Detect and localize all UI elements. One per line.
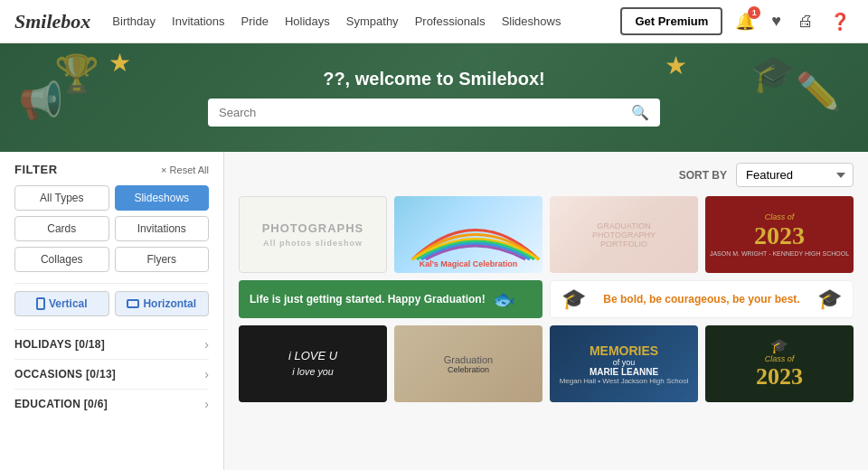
orient-horizontal-btn[interactable]: Horizontal: [115, 291, 210, 316]
main-layout: FILTER × Reset All All Types Slideshows …: [0, 152, 868, 470]
nav-professionals[interactable]: Professionals: [415, 14, 486, 28]
filter-all-types[interactable]: All Types: [14, 185, 109, 211]
category-occasions[interactable]: OCCASIONS [0/13] ›: [14, 359, 209, 389]
thumb-class23-class: Class of: [765, 354, 795, 363]
sort-by-label: SORT BY: [679, 169, 727, 182]
filter-type-grid: All Types Slideshows Cards Invitations C…: [14, 185, 209, 272]
favorites-button[interactable]: ♥: [768, 8, 785, 34]
logo[interactable]: Smilebox: [14, 10, 90, 33]
thumb-graduation[interactable]: Graduation Celebration: [394, 325, 542, 402]
sort-bar: SORT BY Featured Newest Most Popular: [239, 163, 854, 187]
fish-icon: 🐟: [493, 288, 515, 310]
star-left-icon: ★: [108, 48, 131, 78]
rainbow-svg: [403, 228, 542, 264]
search-icon: 🔍: [631, 104, 649, 121]
thumb-unicorn[interactable]: Kal's Magical Celebration: [394, 196, 542, 273]
header-actions: Get Premium 🔔 1 ♥ 🖨 ❓: [620, 7, 854, 35]
reset-filter-link[interactable]: × Reset All: [161, 164, 209, 175]
thumb-memories[interactable]: MEMORIES of you MARIE LEANNE Megan Hall …: [550, 325, 698, 402]
category-holidays-label: HOLIDAYS [0/18]: [14, 338, 105, 351]
header: Smilebox Birthday Invitations Pride Holi…: [0, 0, 868, 43]
chevron-right-icon-2: ›: [204, 367, 209, 381]
category-occasions-label: OCCASIONS [0/13]: [14, 368, 116, 381]
thumb-2023-year: 2023: [754, 221, 805, 250]
star-right-icon: ★: [665, 51, 687, 80]
nav-sympathy[interactable]: Sympathy: [346, 14, 399, 28]
notifications-button[interactable]: 🔔 1: [731, 8, 759, 35]
thumb-photographs-title: PHOTOGRAPHS: [262, 221, 364, 235]
cap-left-icon: 🎓: [561, 287, 586, 311]
filter-header: FILTER × Reset All: [14, 163, 209, 176]
category-holidays[interactable]: HOLIDAYS [0/18] ›: [14, 329, 209, 359]
nav-birthday[interactable]: Birthday: [112, 14, 156, 28]
banner-green-text: Life is just getting started. Happy Grad…: [250, 293, 486, 306]
vertical-icon: [36, 297, 45, 310]
search-bar: 🔍: [208, 99, 660, 127]
filter-invitations[interactable]: Invitations: [115, 216, 210, 241]
filter-title: FILTER: [14, 163, 58, 176]
filter-slideshows[interactable]: Slideshows: [115, 185, 210, 211]
thumb-photographs[interactable]: PHOTOGRAPHS All photos slideshow: [239, 196, 387, 273]
orient-horizontal-label: Horizontal: [143, 297, 196, 310]
nav: Birthday Invitations Pride Holidays Symp…: [112, 14, 620, 28]
orientation-grid: Vertical Horizontal: [14, 291, 209, 316]
thumb-class23-year: 2023: [756, 363, 803, 390]
category-education-label: EDUCATION [0/6]: [14, 398, 108, 410]
cap-right-icon: 🎓: [817, 287, 842, 311]
thumb-class23-cap: 🎓: [770, 337, 788, 354]
hero-title: ??, welcome to Smilebox!: [323, 69, 545, 89]
filter-cards[interactable]: Cards: [14, 216, 109, 241]
banner-bold[interactable]: 🎓 Be bold, be courageous, be your best. …: [550, 280, 854, 318]
thumb-graduation-sub: Celebration: [448, 365, 489, 374]
nav-invitations[interactable]: Invitations: [172, 14, 225, 28]
chevron-right-icon: ›: [204, 337, 209, 352]
nav-pride[interactable]: Pride: [241, 14, 269, 28]
thumbnails-row-1: PHOTOGRAPHS All photos slideshow Kal's M…: [239, 196, 854, 273]
premium-button[interactable]: Get Premium: [620, 7, 722, 35]
thumb-memories-name: MARIE LEANNE: [590, 367, 658, 377]
thumb-marble-text: GRADUATIONPHOTOGRAPHYPORTFOLIO: [592, 221, 656, 249]
notification-badge: 1: [748, 6, 760, 19]
trophy-icon: 🏆: [54, 52, 99, 95]
mortarboard-icon: 🎓: [750, 52, 796, 95]
thumb-2023-sub: JASON M. WRIGHT - KENNEDY HIGH SCHOOL: [710, 250, 849, 257]
thumb-class23[interactable]: 🎓 Class of 2023: [705, 325, 854, 402]
thumb-graduation-title: Graduation: [444, 354, 493, 365]
thumb-marble[interactable]: GRADUATIONPHOTOGRAPHYPORTFOLIO: [550, 196, 698, 273]
horizontal-icon: [127, 299, 139, 308]
thumb-2023-class: Class of: [765, 212, 795, 221]
content-area: SORT BY Featured Newest Most Popular PHO…: [224, 152, 868, 470]
thumb-memories-of: of you: [613, 358, 636, 367]
thumb-memories-date: Megan Hall • West Jackson High School: [560, 377, 689, 385]
thumb-loveu-text: i LOVE Ui love you: [288, 349, 337, 380]
banners-row: Life is just getting started. Happy Grad…: [239, 280, 854, 318]
filter-collages[interactable]: Collages: [14, 247, 109, 272]
sidebar: FILTER × Reset All All Types Slideshows …: [0, 152, 224, 470]
thumb-memories-title: MEMORIES: [590, 343, 658, 358]
orient-vertical-label: Vertical: [49, 297, 88, 310]
nav-slideshows[interactable]: Slideshows: [502, 14, 561, 28]
banner-white-text: Be bold, be courageous, be your best.: [603, 293, 799, 306]
nav-holidays[interactable]: Holidays: [285, 14, 330, 28]
thumb-unicorn-title: Kal's Magical Celebration: [420, 259, 518, 268]
thumb-loveu[interactable]: i LOVE Ui love you: [239, 325, 387, 402]
filter-flyers[interactable]: Flyers: [115, 247, 210, 272]
divider-1: [14, 283, 209, 284]
pencil-icon: ✏️: [796, 70, 841, 113]
chevron-right-icon-3: ›: [204, 397, 209, 411]
orient-vertical-btn[interactable]: Vertical: [14, 291, 109, 316]
projects-button[interactable]: 🖨: [794, 8, 817, 34]
sort-select[interactable]: Featured Newest Most Popular: [736, 163, 854, 187]
thumb-2023[interactable]: Class of 2023 JASON M. WRIGHT - KENNEDY …: [705, 196, 854, 273]
thumbnails-row-2: i LOVE Ui love you Graduation Celebratio…: [239, 325, 854, 402]
search-input[interactable]: [219, 106, 631, 119]
help-button[interactable]: ❓: [826, 8, 854, 35]
banner-graduation[interactable]: Life is just getting started. Happy Grad…: [239, 280, 542, 318]
category-education[interactable]: EDUCATION [0/6] ›: [14, 389, 209, 418]
hero-banner: 📢 🏆 ★ ★ 🎓 ✏️ ??, welcome to Smilebox! 🔍: [0, 43, 868, 152]
thumb-photographs-sub: All photos slideshow: [263, 239, 363, 248]
